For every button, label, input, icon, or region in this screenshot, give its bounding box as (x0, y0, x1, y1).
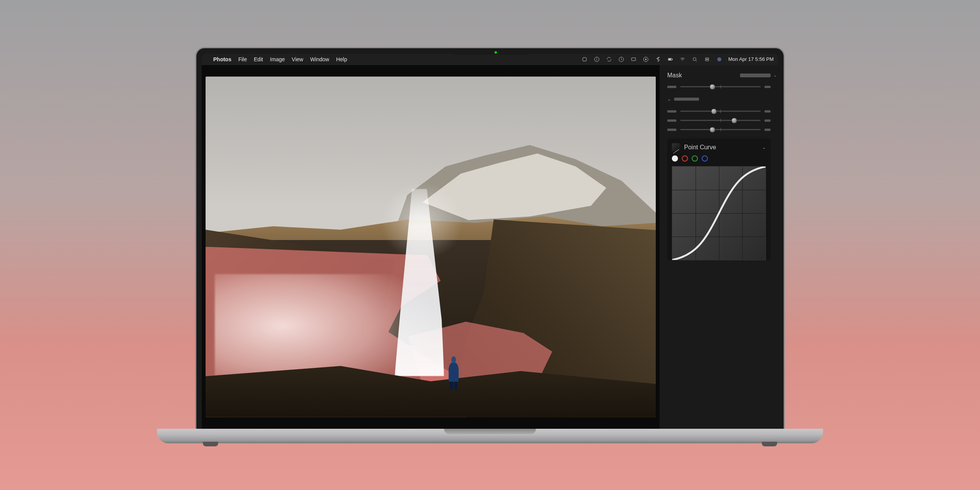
curve-title: Point Curve (684, 144, 758, 151)
slider-label-placeholder (667, 119, 676, 122)
curve-header: Point Curve ⌄ (672, 143, 766, 152)
chevron-down-icon[interactable]: ⌄ (762, 145, 766, 150)
menubar-datetime[interactable]: Mon Apr 17 5:56 PM (728, 56, 774, 62)
menu-help[interactable]: Help (336, 56, 347, 62)
channel-luminance[interactable] (672, 155, 678, 162)
display-icon[interactable] (630, 56, 637, 63)
svg-rect-13 (706, 58, 709, 59)
slider-value-placeholder (764, 119, 771, 122)
tone-curve[interactable] (672, 167, 766, 260)
slider-thumb[interactable] (710, 127, 715, 132)
svg-marker-7 (645, 58, 647, 60)
menu-window[interactable]: Window (310, 56, 329, 62)
laptop-base (157, 429, 823, 443)
slider-1 (667, 86, 771, 88)
play-icon[interactable] (642, 56, 649, 63)
mask-label: Mask (667, 72, 682, 79)
slider-value-placeholder (764, 129, 771, 131)
point-curve-panel: Point Curve ⌄ (667, 139, 771, 260)
slider-track[interactable] (680, 86, 761, 87)
slider-label-placeholder (667, 129, 676, 131)
mask-section-header: Mask ⌄ (667, 72, 771, 79)
slider-thumb[interactable] (710, 84, 715, 90)
photo-canvas[interactable] (202, 65, 660, 429)
slider-4 (667, 129, 771, 131)
menubar-left: Photos File Edit Image View Window Help (206, 56, 347, 62)
screen: Photos File Edit Image View Window Help (202, 54, 778, 429)
battery-icon[interactable] (667, 56, 674, 63)
laptop-hinge-cutout (444, 429, 536, 434)
laptop-foot (203, 442, 218, 446)
channel-blue[interactable] (702, 155, 708, 162)
svg-rect-10 (669, 59, 671, 60)
menu-edit[interactable]: Edit (254, 56, 263, 62)
menubar-status: Mon Apr 17 5:56 PM (581, 56, 774, 63)
laptop-foot (762, 442, 777, 446)
chevron-down-icon: ⌄ (773, 73, 777, 78)
siri-icon[interactable] (716, 56, 723, 63)
photo-person (449, 356, 459, 383)
slider-value-placeholder (764, 110, 771, 113)
wifi-icon[interactable] (679, 56, 686, 63)
info-icon[interactable] (593, 56, 600, 63)
curve-icon (672, 143, 680, 152)
camera-active-indicator (495, 51, 497, 54)
svg-rect-14 (706, 59, 709, 60)
edited-photo (206, 77, 656, 417)
slider-track[interactable] (680, 111, 761, 112)
menu-image[interactable]: Image (270, 56, 285, 62)
display-notch (452, 49, 528, 55)
svg-point-11 (693, 57, 696, 60)
slider-2 (667, 110, 771, 113)
menubar: Photos File Edit Image View Window Help (202, 54, 778, 65)
subsection-toggle[interactable]: ⌄ (667, 96, 771, 102)
svg-rect-0 (583, 57, 586, 61)
slider-label-placeholder (667, 110, 676, 113)
slider-3 (667, 119, 771, 122)
svg-point-15 (717, 57, 722, 61)
channel-red[interactable] (682, 155, 688, 162)
laptop-mockup: Photos File Edit Image View Window Help (195, 47, 785, 443)
channel-green[interactable] (692, 155, 698, 162)
menu-view[interactable]: View (292, 56, 303, 62)
svg-line-12 (696, 60, 697, 61)
svg-rect-5 (632, 58, 636, 60)
slider-thumb[interactable] (711, 108, 717, 114)
screen-bezel: Photos File Edit Image View Window Help (195, 47, 785, 429)
curve-editor[interactable] (672, 166, 766, 260)
bluetooth-icon[interactable] (655, 56, 662, 63)
sync-icon[interactable] (606, 56, 612, 63)
slider-track[interactable] (680, 129, 761, 130)
adjustments-sidebar: Mask ⌄ ⌄ (660, 65, 778, 429)
curve-channel-selector (672, 155, 766, 162)
slider-value-placeholder (764, 86, 771, 88)
svg-rect-9 (672, 59, 673, 60)
slider-thumb[interactable] (731, 118, 737, 123)
slider-track[interactable] (680, 120, 761, 121)
timemachine-icon[interactable] (618, 56, 625, 63)
app-menu[interactable]: Photos (213, 56, 231, 62)
chevron-down-icon: ⌄ (667, 96, 671, 102)
app-status-icon[interactable] (581, 56, 588, 63)
mask-dropdown[interactable]: ⌄ (740, 74, 771, 77)
search-icon[interactable] (691, 56, 698, 63)
slider-label-placeholder (667, 86, 676, 88)
subsection-label-placeholder (674, 98, 699, 101)
menu-file[interactable]: File (238, 56, 247, 62)
app-body: Mask ⌄ ⌄ (202, 65, 778, 429)
control-center-icon[interactable] (704, 56, 710, 63)
svg-point-3 (597, 58, 597, 58)
